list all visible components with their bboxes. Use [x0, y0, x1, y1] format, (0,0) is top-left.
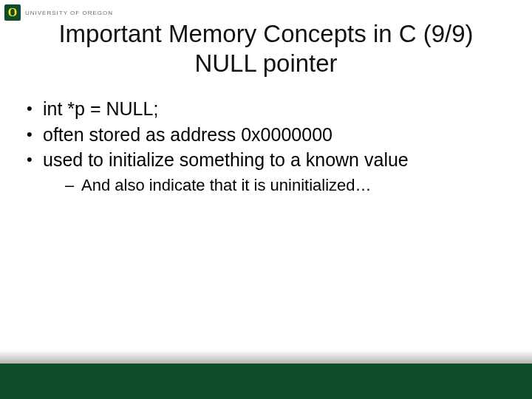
university-label: UNIVERSITY OF OREGON	[25, 10, 113, 16]
sub-bullet-item: And also indicate that it is uninitializ…	[43, 174, 510, 197]
title-line-2: NULL pointer	[22, 49, 510, 78]
footer-bar	[0, 355, 532, 399]
bullet-list: int *p = NULL; often stored as address 0…	[22, 96, 510, 196]
footer-gradient	[0, 350, 532, 364]
title-line-1: Important Memory Concepts in C (9/9)	[22, 19, 510, 49]
slide-body: int *p = NULL; often stored as address 0…	[22, 96, 510, 196]
uo-logo-icon: O	[4, 4, 21, 21]
bullet-text: used to initialize something to a known …	[43, 149, 409, 170]
slide-title: Important Memory Concepts in C (9/9) NUL…	[0, 19, 532, 78]
footer-green-band	[0, 364, 532, 399]
header: O UNIVERSITY OF OREGON	[4, 4, 113, 21]
bullet-item: used to initialize something to a known …	[22, 147, 510, 196]
bullet-item: int *p = NULL;	[22, 96, 510, 122]
bullet-item: often stored as address 0x0000000	[22, 122, 510, 148]
sub-bullet-list: And also indicate that it is uninitializ…	[43, 174, 510, 197]
slide: O UNIVERSITY OF OREGON Important Memory …	[0, 0, 532, 399]
